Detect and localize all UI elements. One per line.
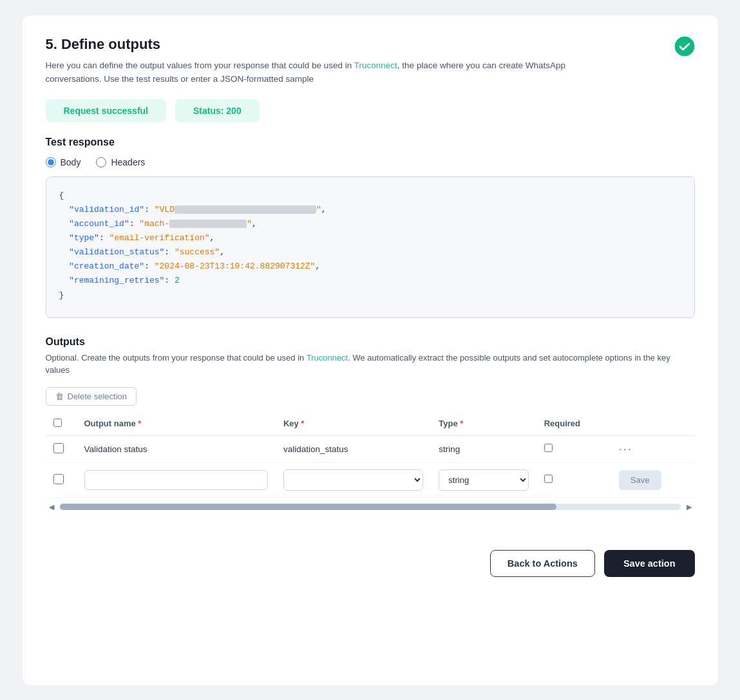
row-checkbox-cell <box>46 435 77 462</box>
trash-icon: 🗑 <box>55 392 64 401</box>
request-success-badge: Request successful <box>46 99 167 122</box>
save-action-button[interactable]: Save action <box>604 550 695 577</box>
scrollbar-track-container <box>60 504 681 510</box>
row-type: string <box>431 435 536 462</box>
scrollbar-track <box>60 504 681 510</box>
headers-radio[interactable] <box>96 157 106 167</box>
scrollbar-thumb[interactable] <box>60 504 556 510</box>
outputs-table-container: Output name * Key * Type * Required <box>46 413 695 498</box>
col-key: Key * <box>276 413 431 436</box>
main-container: 5. Define outputs Here you can define th… <box>23 15 718 685</box>
scroll-left-arrow[interactable]: ◀ <box>46 503 57 511</box>
back-to-actions-button[interactable]: Back to Actions <box>490 550 595 577</box>
col-actions <box>611 413 695 436</box>
test-response-section: Test response Body Headers { "validation… <box>46 137 695 318</box>
new-row-required-cell <box>536 462 611 497</box>
row-output-name: Validation status <box>77 435 276 462</box>
new-row-key-cell: validation_id account_id type validation… <box>276 462 431 497</box>
outputs-section: Outputs Optional. Create the outputs fro… <box>46 336 695 511</box>
table-header-row: Output name * Key * Type * Required <box>46 413 695 436</box>
footer-actions: Back to Actions Save action <box>46 537 695 577</box>
new-row-checkbox-cell <box>46 462 77 497</box>
output-name-required-star: * <box>138 419 141 428</box>
new-row: validation_id account_id type validation… <box>46 462 695 497</box>
section-title: 5. Define outputs <box>46 36 695 53</box>
new-output-name-input[interactable] <box>84 470 268 490</box>
body-radio[interactable] <box>46 157 56 167</box>
new-row-checkbox[interactable] <box>53 474 64 484</box>
table-row: Validation status validation_status stri… <box>46 435 695 462</box>
type-required-star: * <box>460 419 463 428</box>
success-check-icon <box>674 36 695 57</box>
save-row-button[interactable]: Save <box>619 470 661 490</box>
new-key-select[interactable]: validation_id account_id type validation… <box>283 469 423 491</box>
body-radio-text: Body <box>61 157 81 167</box>
col-type: Type * <box>431 413 536 436</box>
svg-point-0 <box>675 37 694 56</box>
row-key: validation_status <box>276 435 431 462</box>
horizontal-scrollbar: ◀ ▶ <box>46 503 695 511</box>
row-more-actions-cell: ··· <box>611 435 695 462</box>
outputs-description: Optional. Create the outputs from your r… <box>46 352 695 377</box>
body-radio-label[interactable]: Body <box>46 157 81 167</box>
new-row-type-cell: string number boolean object array <box>431 462 536 497</box>
row-required-cell <box>536 435 611 462</box>
outputs-title: Outputs <box>46 336 695 348</box>
test-response-title: Test response <box>46 137 695 148</box>
key-required-star: * <box>301 419 304 428</box>
row-required-checkbox[interactable] <box>544 444 553 452</box>
col-checkbox <box>46 413 77 436</box>
row-checkbox[interactable] <box>53 443 64 453</box>
status-code-badge: Status: 200 <box>175 99 260 122</box>
view-toggle: Body Headers <box>46 157 695 167</box>
scroll-right-arrow[interactable]: ▶ <box>683 503 695 511</box>
row-more-button[interactable]: ··· <box>619 442 632 456</box>
new-type-select[interactable]: string number boolean object array <box>439 469 528 491</box>
status-badges: Request successful Status: 200 <box>46 99 695 122</box>
delete-selection-button[interactable]: 🗑 Delete selection <box>46 387 137 406</box>
json-response-box: { "validation_id": "VLD ", "account_id":… <box>46 176 695 318</box>
headers-radio-label[interactable]: Headers <box>96 157 145 167</box>
new-row-save-cell: Save <box>611 462 695 497</box>
col-required: Required <box>536 413 611 436</box>
select-all-checkbox[interactable] <box>53 419 62 427</box>
new-required-checkbox[interactable] <box>544 475 553 483</box>
new-row-name-cell <box>77 462 276 497</box>
section-description: Here you can define the output values fr… <box>46 59 574 86</box>
col-output-name: Output name * <box>77 413 276 436</box>
headers-radio-text: Headers <box>111 157 145 167</box>
outputs-table: Output name * Key * Type * Required <box>46 413 695 498</box>
